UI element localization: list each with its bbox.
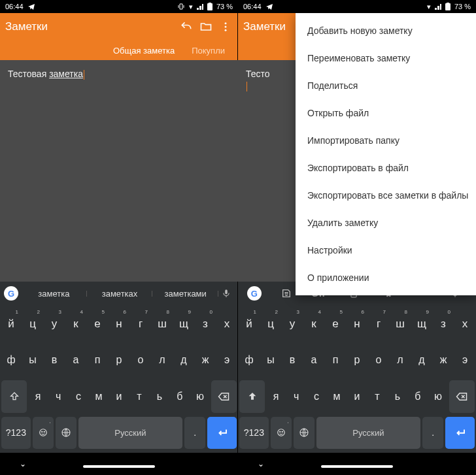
key-letter[interactable]: ф <box>1 344 21 377</box>
menu-about[interactable]: О приложении <box>296 264 476 291</box>
key-letter[interactable]: з0 <box>196 308 215 340</box>
key-letter[interactable]: х <box>217 308 237 340</box>
key-letter[interactable]: к4 <box>304 308 324 340</box>
menu-export-file[interactable]: Экспортировать в файл <box>296 154 476 182</box>
google-icon[interactable]: G <box>247 286 262 301</box>
nav-down-icon[interactable]: ⌄ <box>20 459 26 468</box>
key-backspace[interactable] <box>449 380 475 413</box>
key-period[interactable]: . <box>184 417 205 450</box>
key-letter[interactable]: ю <box>429 380 447 413</box>
key-letter[interactable]: ч <box>49 380 67 413</box>
key-letter[interactable]: г7 <box>369 308 388 340</box>
key-letter[interactable]: щ9 <box>174 308 194 340</box>
nav-home-pill[interactable] <box>321 465 393 468</box>
key-letter[interactable]: ц2 <box>23 308 42 340</box>
key-symnum[interactable]: ?123 <box>239 417 269 450</box>
menu-open-file[interactable]: Открыть файл <box>296 99 476 127</box>
key-letter[interactable]: ф <box>239 344 259 377</box>
key-letter[interactable]: и <box>348 380 366 413</box>
key-letter[interactable]: ю <box>191 380 209 413</box>
key-letter[interactable]: у3 <box>44 308 64 340</box>
key-letter[interactable]: я <box>267 380 285 413</box>
key-space[interactable]: Русский <box>316 417 421 450</box>
key-letter[interactable]: п <box>88 344 107 377</box>
key-letter[interactable]: с <box>69 380 88 413</box>
key-shift[interactable] <box>239 380 265 413</box>
key-letter[interactable]: ы <box>261 344 280 377</box>
key-letter[interactable]: р <box>347 344 367 377</box>
overflow-icon[interactable] <box>218 20 233 34</box>
menu-delete-note[interactable]: Удалить заметку <box>296 209 476 237</box>
key-letter[interactable]: н6 <box>109 308 129 340</box>
suggestion-1[interactable]: заметка <box>21 289 87 299</box>
menu-settings[interactable]: Настройки <box>296 237 476 264</box>
key-letter[interactable]: п <box>326 344 345 377</box>
menu-share[interactable]: Поделиться <box>296 72 476 99</box>
mic-icon[interactable] <box>218 286 234 301</box>
key-letter[interactable]: т <box>368 380 386 413</box>
key-letter[interactable]: ш8 <box>152 308 172 340</box>
key-letter[interactable]: л <box>390 344 410 377</box>
key-letter[interactable]: ч <box>287 380 305 413</box>
undo-icon[interactable] <box>179 20 194 34</box>
key-letter[interactable]: а <box>304 344 324 377</box>
key-space[interactable]: Русский <box>78 417 183 450</box>
key-emoji[interactable]: , <box>271 417 292 450</box>
key-letter[interactable]: е5 <box>88 308 107 340</box>
folder-icon[interactable] <box>199 20 213 34</box>
key-letter[interactable]: э <box>217 344 237 377</box>
key-letter[interactable]: ж <box>434 344 453 377</box>
menu-rename-note[interactable]: Переименовать заметку <box>296 44 476 72</box>
key-letter[interactable]: ь <box>388 380 407 413</box>
key-letter[interactable]: г7 <box>131 308 150 340</box>
menu-export-all[interactable]: Экспортировать все заметки в файлы <box>296 182 476 209</box>
nav-down-icon[interactable]: ⌄ <box>258 459 264 468</box>
editor[interactable]: Тестовая заметка <box>0 60 238 282</box>
key-letter[interactable]: к4 <box>66 308 86 340</box>
key-letter[interactable]: е5 <box>326 308 345 340</box>
key-period[interactable]: . <box>422 417 443 450</box>
key-letter[interactable]: й1 <box>1 308 21 340</box>
key-letter[interactable]: т <box>130 380 148 413</box>
key-symnum[interactable]: ?123 <box>1 417 31 450</box>
key-letter[interactable]: э <box>455 344 475 377</box>
key-backspace[interactable] <box>211 380 237 413</box>
key-letter[interactable]: ь <box>150 380 169 413</box>
key-letter[interactable]: б <box>171 380 189 413</box>
menu-add-note[interactable]: Добавить новую заметку <box>296 17 476 44</box>
key-shift[interactable] <box>1 380 27 413</box>
key-letter[interactable]: р <box>109 344 129 377</box>
key-letter[interactable]: с <box>307 380 326 413</box>
key-enter[interactable] <box>445 417 475 450</box>
key-letter[interactable]: н6 <box>347 308 367 340</box>
google-icon[interactable]: G <box>4 286 18 301</box>
key-letter[interactable]: ц2 <box>261 308 280 340</box>
key-letter[interactable]: б <box>409 380 427 413</box>
menu-import-folder[interactable]: Импортировать папку <box>296 127 476 154</box>
editor[interactable]: Тесто Добавить новую заметку Переименова… <box>238 60 476 282</box>
key-letter[interactable]: щ9 <box>412 308 432 340</box>
key-letter[interactable]: д <box>412 344 432 377</box>
key-letter[interactable]: я <box>29 380 47 413</box>
key-letter[interactable]: и <box>110 380 128 413</box>
key-emoji[interactable]: , <box>33 417 54 450</box>
key-letter[interactable]: ш8 <box>390 308 410 340</box>
key-letter[interactable]: з0 <box>434 308 453 340</box>
key-letter[interactable]: а <box>66 344 86 377</box>
nav-home-pill[interactable] <box>83 465 155 468</box>
tab-inactive[interactable]: Покупли <box>192 46 225 56</box>
key-letter[interactable]: ы <box>23 344 42 377</box>
suggestion-2[interactable]: заметках <box>87 289 153 299</box>
key-letter[interactable]: в <box>282 344 302 377</box>
sticker-icon[interactable] <box>275 286 298 301</box>
key-enter[interactable] <box>207 417 237 450</box>
key-globe[interactable] <box>56 417 76 450</box>
key-letter[interactable]: ж <box>196 344 215 377</box>
key-letter[interactable]: м <box>90 380 108 413</box>
key-letter[interactable]: й1 <box>239 308 259 340</box>
key-letter[interactable]: у3 <box>282 308 302 340</box>
key-letter[interactable]: м <box>328 380 346 413</box>
key-letter[interactable]: х <box>455 308 475 340</box>
key-letter[interactable]: д <box>174 344 194 377</box>
key-letter[interactable]: л <box>152 344 172 377</box>
